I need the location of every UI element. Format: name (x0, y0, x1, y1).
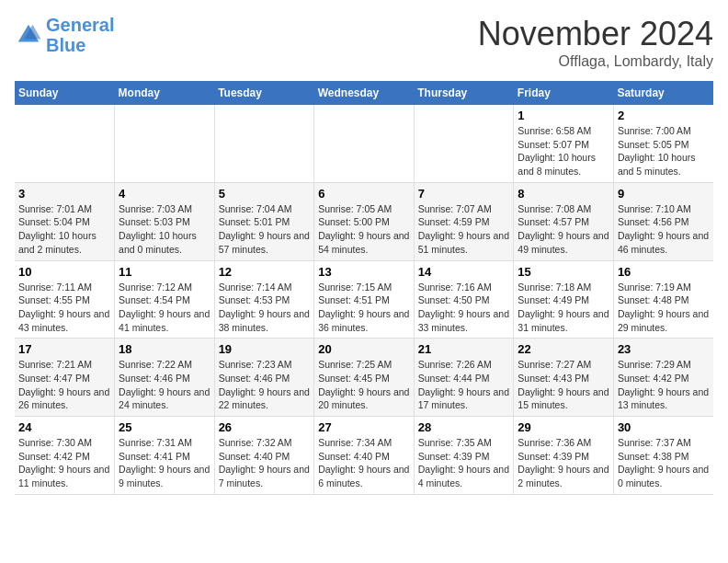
logo-icon (15, 21, 42, 49)
calendar-cell: 4 Sunrise: 7:03 AMSunset: 5:03 PMDayligh… (115, 182, 215, 260)
day-detail: Sunrise: 7:27 AMSunset: 4:43 PMDaylight:… (518, 358, 609, 412)
day-detail: Sunrise: 7:05 AMSunset: 5:00 PMDaylight:… (318, 202, 410, 257)
calendar-cell: 14 Sunrise: 7:16 AMSunset: 4:50 PMDaylig… (414, 260, 514, 339)
calendar-week-row: 3 Sunrise: 7:01 AMSunset: 5:04 PMDayligh… (15, 182, 713, 260)
logo-text: General Blue (46, 15, 114, 55)
day-detail: Sunrise: 7:04 AMSunset: 5:01 PMDaylight:… (219, 202, 311, 257)
month-title: November 2024 (478, 15, 713, 53)
weekday-header: Saturday (613, 81, 713, 105)
day-detail: Sunrise: 7:00 AMSunset: 5:05 PMDaylight:… (618, 124, 710, 178)
day-number: 27 (318, 420, 410, 434)
calendar-cell: 15 Sunrise: 7:18 AMSunset: 4:49 PMDaylig… (514, 260, 614, 339)
day-detail: Sunrise: 7:07 AMSunset: 4:59 PMDaylight:… (418, 202, 510, 257)
day-detail: Sunrise: 7:19 AMSunset: 4:48 PMDaylight:… (618, 281, 710, 335)
calendar-cell: 5 Sunrise: 7:04 AMSunset: 5:01 PMDayligh… (214, 182, 314, 260)
calendar-cell (214, 105, 314, 182)
day-detail: Sunrise: 7:12 AMSunset: 4:54 PMDaylight:… (119, 281, 210, 335)
day-detail: Sunrise: 7:22 AMSunset: 4:46 PMDaylight:… (119, 358, 210, 412)
weekday-header: Monday (115, 81, 215, 105)
day-detail: Sunrise: 7:35 AMSunset: 4:39 PMDaylight:… (418, 436, 510, 490)
day-number: 21 (418, 342, 510, 356)
day-detail: Sunrise: 7:23 AMSunset: 4:46 PMDaylight:… (219, 358, 311, 412)
day-detail: Sunrise: 7:14 AMSunset: 4:53 PMDaylight:… (219, 281, 311, 335)
weekday-header: Thursday (414, 81, 514, 105)
weekday-header: Wednesday (314, 81, 415, 105)
day-detail: Sunrise: 7:30 AMSunset: 4:42 PMDaylight:… (18, 436, 110, 490)
day-number: 4 (119, 187, 210, 201)
day-number: 10 (18, 265, 110, 279)
day-number: 9 (618, 187, 710, 201)
calendar-cell: 25 Sunrise: 7:31 AMSunset: 4:41 PMDaylig… (115, 417, 215, 495)
day-detail: Sunrise: 7:16 AMSunset: 4:50 PMDaylight:… (418, 281, 510, 335)
day-number: 30 (618, 420, 710, 434)
day-number: 20 (318, 342, 410, 356)
calendar-cell: 11 Sunrise: 7:12 AMSunset: 4:54 PMDaylig… (115, 260, 215, 339)
calendar-cell: 3 Sunrise: 7:01 AMSunset: 5:04 PMDayligh… (15, 182, 115, 260)
weekday-header: Sunday (15, 81, 115, 105)
calendar-cell: 29 Sunrise: 7:36 AMSunset: 4:39 PMDaylig… (514, 417, 614, 495)
day-detail: Sunrise: 7:26 AMSunset: 4:44 PMDaylight:… (418, 358, 510, 412)
day-detail: Sunrise: 7:29 AMSunset: 4:42 PMDaylight:… (618, 358, 710, 412)
calendar-week-row: 1 Sunrise: 6:58 AMSunset: 5:07 PMDayligh… (15, 105, 713, 182)
calendar-cell: 19 Sunrise: 7:23 AMSunset: 4:46 PMDaylig… (214, 339, 314, 417)
calendar-cell: 10 Sunrise: 7:11 AMSunset: 4:55 PMDaylig… (15, 260, 115, 339)
day-detail: Sunrise: 7:36 AMSunset: 4:39 PMDaylight:… (518, 436, 609, 490)
calendar-cell: 8 Sunrise: 7:08 AMSunset: 4:57 PMDayligh… (514, 182, 614, 260)
day-detail: Sunrise: 7:32 AMSunset: 4:40 PMDaylight:… (219, 436, 311, 490)
day-number: 25 (119, 420, 210, 434)
day-number: 3 (18, 187, 110, 201)
calendar-cell: 24 Sunrise: 7:30 AMSunset: 4:42 PMDaylig… (15, 417, 115, 495)
calendar-cell: 9 Sunrise: 7:10 AMSunset: 4:56 PMDayligh… (613, 182, 713, 260)
calendar-cell (15, 105, 115, 182)
calendar-cell: 12 Sunrise: 7:14 AMSunset: 4:53 PMDaylig… (214, 260, 314, 339)
day-number: 2 (618, 109, 710, 122)
day-number: 8 (518, 187, 609, 201)
day-number: 28 (418, 420, 510, 434)
day-detail: Sunrise: 7:34 AMSunset: 4:40 PMDaylight:… (318, 436, 410, 490)
calendar-cell: 20 Sunrise: 7:25 AMSunset: 4:45 PMDaylig… (314, 339, 415, 417)
calendar-cell: 23 Sunrise: 7:29 AMSunset: 4:42 PMDaylig… (613, 339, 713, 417)
day-detail: Sunrise: 6:58 AMSunset: 5:07 PMDaylight:… (518, 124, 609, 178)
day-detail: Sunrise: 7:21 AMSunset: 4:47 PMDaylight:… (18, 358, 110, 412)
day-number: 19 (219, 342, 311, 356)
location: Offlaga, Lombardy, Italy (478, 53, 713, 70)
calendar-cell: 18 Sunrise: 7:22 AMSunset: 4:46 PMDaylig… (115, 339, 215, 417)
day-number: 18 (119, 342, 210, 356)
weekday-header: Friday (514, 81, 614, 105)
calendar-week-row: 24 Sunrise: 7:30 AMSunset: 4:42 PMDaylig… (15, 417, 713, 495)
calendar-cell: 22 Sunrise: 7:27 AMSunset: 4:43 PMDaylig… (514, 339, 614, 417)
calendar-cell: 27 Sunrise: 7:34 AMSunset: 4:40 PMDaylig… (314, 417, 415, 495)
calendar-cell: 1 Sunrise: 6:58 AMSunset: 5:07 PMDayligh… (514, 105, 614, 182)
day-detail: Sunrise: 7:31 AMSunset: 4:41 PMDaylight:… (119, 436, 210, 490)
calendar-cell: 30 Sunrise: 7:37 AMSunset: 4:38 PMDaylig… (613, 417, 713, 495)
day-detail: Sunrise: 7:18 AMSunset: 4:49 PMDaylight:… (518, 281, 609, 335)
day-number: 16 (618, 265, 710, 279)
day-detail: Sunrise: 7:15 AMSunset: 4:51 PMDaylight:… (318, 281, 410, 335)
calendar-cell: 2 Sunrise: 7:00 AMSunset: 5:05 PMDayligh… (613, 105, 713, 182)
calendar-week-row: 10 Sunrise: 7:11 AMSunset: 4:55 PMDaylig… (15, 260, 713, 339)
weekday-header-row: SundayMondayTuesdayWednesdayThursdayFrid… (15, 81, 713, 105)
day-number: 12 (219, 265, 311, 279)
calendar-cell: 28 Sunrise: 7:35 AMSunset: 4:39 PMDaylig… (414, 417, 514, 495)
calendar-cell (414, 105, 514, 182)
title-block: November 2024 Offlaga, Lombardy, Italy (478, 15, 713, 70)
day-number: 24 (18, 420, 110, 434)
logo-general: General (46, 15, 114, 35)
calendar-cell: 6 Sunrise: 7:05 AMSunset: 5:00 PMDayligh… (314, 182, 415, 260)
calendar-cell: 26 Sunrise: 7:32 AMSunset: 4:40 PMDaylig… (214, 417, 314, 495)
calendar-cell (115, 105, 215, 182)
day-number: 14 (418, 265, 510, 279)
day-number: 11 (119, 265, 210, 279)
logo-blue: Blue (46, 35, 85, 55)
day-detail: Sunrise: 7:01 AMSunset: 5:04 PMDaylight:… (18, 202, 110, 257)
day-number: 1 (518, 109, 609, 122)
day-detail: Sunrise: 7:37 AMSunset: 4:38 PMDaylight:… (618, 436, 710, 490)
day-number: 22 (518, 342, 609, 356)
day-number: 15 (518, 265, 609, 279)
day-number: 26 (219, 420, 311, 434)
calendar-cell: 7 Sunrise: 7:07 AMSunset: 4:59 PMDayligh… (414, 182, 514, 260)
day-number: 29 (518, 420, 609, 434)
calendar-cell: 13 Sunrise: 7:15 AMSunset: 4:51 PMDaylig… (314, 260, 415, 339)
logo: General Blue (15, 15, 114, 55)
day-detail: Sunrise: 7:11 AMSunset: 4:55 PMDaylight:… (18, 281, 110, 335)
